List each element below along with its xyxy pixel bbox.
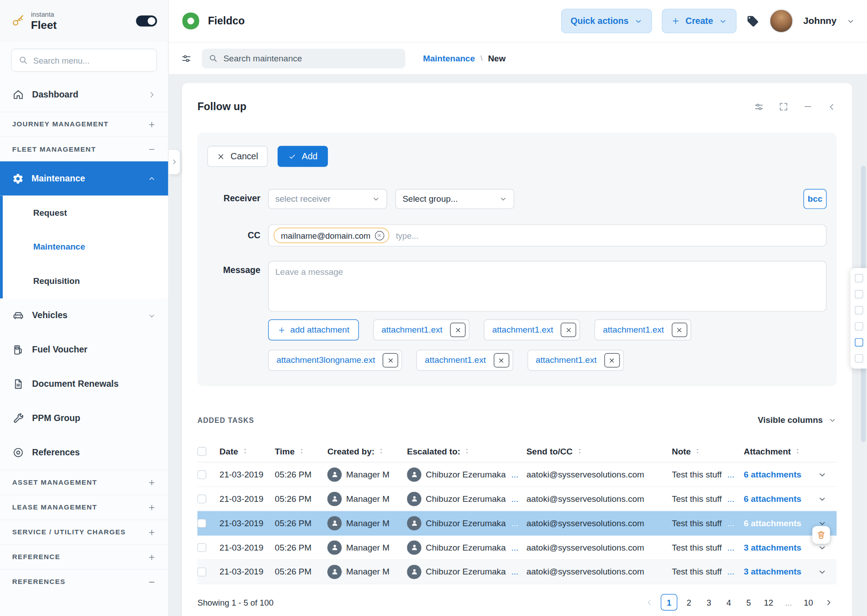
remove-attachment-button[interactable] xyxy=(494,353,509,367)
column-toggle-checkbox[interactable] xyxy=(854,322,862,330)
section-journey-management[interactable]: JOURNEY MANAGEMENT xyxy=(0,111,168,136)
settings-icon[interactable] xyxy=(754,102,764,112)
sidebar-search[interactable] xyxy=(11,49,157,72)
select-all-checkbox[interactable] xyxy=(197,447,206,456)
remove-attachment-button[interactable] xyxy=(450,323,466,337)
attachments-link[interactable]: 6 attachments xyxy=(744,494,802,504)
expand-icon[interactable] xyxy=(778,102,788,111)
row-checkbox[interactable] xyxy=(197,470,206,479)
more-link[interactable]: ... xyxy=(727,469,734,479)
sidebar-item-references[interactable]: References xyxy=(0,435,168,470)
delete-row-button[interactable] xyxy=(812,526,830,544)
page-button-10[interactable]: 10 xyxy=(800,594,817,611)
more-link[interactable]: ... xyxy=(727,518,734,528)
task-row[interactable]: 21-03-201905:26 PMManager MChibuzor Ezer… xyxy=(197,511,837,536)
sidebar-subitem-requisition[interactable]: Requisition xyxy=(3,264,168,298)
chevron-down-icon[interactable] xyxy=(818,470,827,479)
sidebar-search-input[interactable] xyxy=(33,56,149,65)
more-link[interactable]: ... xyxy=(511,542,518,552)
task-row[interactable]: 21-03-201905:26 PMManager MChibuzor Ezer… xyxy=(197,463,837,487)
remove-attachment-button[interactable] xyxy=(671,323,687,337)
sidebar-collapse-toggle[interactable] xyxy=(136,15,157,26)
sidebar-item-vehicles[interactable]: Vehicles xyxy=(0,298,168,333)
sidebar-subitem-request[interactable]: Request xyxy=(3,195,168,230)
task-row[interactable]: 21-03-201905:26 PMManager MChibuzor Ezer… xyxy=(197,560,837,584)
cc-input[interactable]: mailname@domain.com type... xyxy=(268,224,827,246)
column-toggle-checkbox[interactable] xyxy=(854,290,862,298)
tag-icon[interactable] xyxy=(746,14,759,27)
section-asset-management[interactable]: ASSET MANAGEMENT xyxy=(0,470,168,495)
remove-attachment-button[interactable] xyxy=(383,353,398,367)
sidebar-item-dashboard[interactable]: Dashboard xyxy=(0,77,168,111)
more-link[interactable]: ... xyxy=(727,494,734,504)
row-checkbox[interactable] xyxy=(197,567,206,576)
page-button-2[interactable]: 2 xyxy=(681,594,697,611)
section-reference[interactable]: REFERENCE xyxy=(0,544,168,569)
column-toggle-checkbox[interactable] xyxy=(854,274,862,282)
more-link[interactable]: ... xyxy=(727,567,734,577)
column-toggle-checkbox[interactable] xyxy=(854,306,862,314)
column-header-note[interactable]: Note xyxy=(672,446,744,456)
sidebar-expand-handle[interactable] xyxy=(168,149,180,175)
breadcrumb-parent[interactable]: Maintenance xyxy=(423,53,475,63)
remove-email-icon[interactable] xyxy=(375,231,384,240)
chevron-down-icon[interactable] xyxy=(847,17,855,25)
row-checkbox[interactable] xyxy=(197,543,206,552)
sidebar-item-document-renewals[interactable]: Document Renewals xyxy=(0,367,168,401)
page-button-12[interactable]: 12 xyxy=(760,594,777,611)
task-row[interactable]: 21-03-201905:26 PMManager MChibuzor Ezer… xyxy=(197,487,837,511)
create-button[interactable]: Create xyxy=(662,9,736,33)
row-checkbox[interactable] xyxy=(197,519,206,528)
attachments-link[interactable]: 6 attachments xyxy=(744,469,802,479)
pagination-prev[interactable] xyxy=(641,594,657,611)
attachments-link[interactable]: 6 attachments xyxy=(744,518,802,528)
section-references[interactable]: REFERENCES xyxy=(0,569,168,594)
add-button[interactable]: Add xyxy=(277,146,328,167)
chevron-down-icon[interactable] xyxy=(818,494,827,503)
search-bar[interactable] xyxy=(202,48,406,68)
more-link[interactable]: ... xyxy=(727,542,734,552)
chevron-down-icon[interactable] xyxy=(818,567,827,576)
section-fleet-management[interactable]: FLEET MANAGEMENT xyxy=(0,136,168,161)
page-button-3[interactable]: 3 xyxy=(700,594,717,611)
task-row[interactable]: 21-03-201905:26 PMManager MChibuzor Ezer… xyxy=(197,536,837,560)
more-link[interactable]: ... xyxy=(511,469,518,479)
section-lease-management[interactable]: LEASE MANAGEMENT xyxy=(0,495,168,519)
section-service-utility-charges[interactable]: SERVICE / UTILITY CHARGES xyxy=(0,519,168,544)
sidebar-subitem-maintenance[interactable]: Maintenance xyxy=(3,230,168,264)
sidebar-item-ppm-group[interactable]: PPM Group xyxy=(0,401,168,435)
column-header-send-to-cc[interactable]: Send to/CC xyxy=(527,446,672,456)
column-header-time[interactable]: Time xyxy=(275,446,327,456)
quick-actions-button[interactable]: Quick actions xyxy=(561,9,652,33)
search-input[interactable] xyxy=(224,53,399,63)
message-textarea[interactable] xyxy=(268,261,827,312)
column-header-attachment[interactable]: Attachment xyxy=(744,446,818,456)
group-select[interactable]: Select group... xyxy=(396,189,514,209)
page-button-4[interactable]: 4 xyxy=(721,594,737,611)
sidebar-item-maintenance[interactable]: Maintenance xyxy=(0,162,168,196)
receiver-select[interactable]: select receiver xyxy=(268,189,387,209)
more-link[interactable]: ... xyxy=(511,567,518,577)
column-header-created-by[interactable]: Created by: xyxy=(327,446,407,456)
remove-attachment-button[interactable] xyxy=(561,323,576,337)
attachments-link[interactable]: 3 attachments xyxy=(744,567,802,577)
user-avatar[interactable] xyxy=(769,9,793,33)
row-checkbox[interactable] xyxy=(197,494,206,503)
bcc-button[interactable]: bcc xyxy=(803,189,826,209)
more-link[interactable]: ... xyxy=(511,494,518,504)
minimize-icon[interactable] xyxy=(803,102,813,111)
column-toggle-checkbox[interactable] xyxy=(854,338,862,346)
add-attachment-button[interactable]: add attachment xyxy=(268,320,359,341)
page-button-1[interactable]: 1 xyxy=(661,594,677,611)
sidebar-item-fuel-voucher[interactable]: Fuel Voucher xyxy=(0,333,168,367)
column-toggle-checkbox[interactable] xyxy=(854,354,862,362)
column-header-escalated-to[interactable]: Escalated to: xyxy=(407,446,526,456)
remove-attachment-button[interactable] xyxy=(604,353,620,367)
visible-columns-button[interactable]: Visible columns xyxy=(758,415,837,425)
chevron-down-icon[interactable] xyxy=(818,543,827,552)
pagination-next[interactable] xyxy=(820,594,837,611)
filter-icon[interactable] xyxy=(181,53,191,64)
collapse-icon[interactable] xyxy=(827,102,837,111)
column-header-date[interactable]: Date xyxy=(219,446,275,456)
more-link[interactable]: ... xyxy=(511,518,518,528)
